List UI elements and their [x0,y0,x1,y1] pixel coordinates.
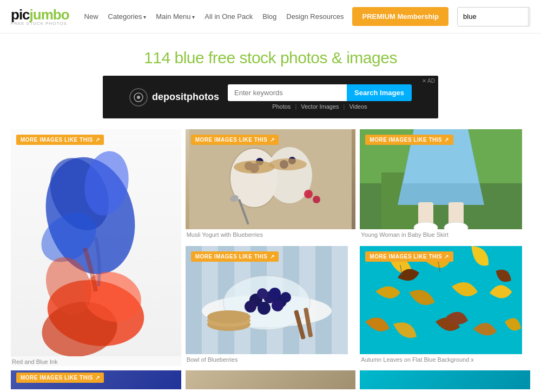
search-submit-button[interactable]: 🔍 [528,8,530,26]
navbar: picjumbo FREE STOCK PHOTOS New Categorie… [0,0,541,34]
svg-point-19 [234,161,275,174]
external-icon: ↗ [95,375,100,381]
ad-sub-links: Photos | Vector Images | Videos [228,103,412,110]
svg-point-21 [304,190,313,198]
more-btn-ink[interactable]: MORE IMAGES LIKE THIS ↗ [16,135,104,145]
nav-links: New Categories Main Menu All in One Pack… [80,9,348,24]
nav-categories[interactable]: Categories [104,9,151,24]
svg-point-49 [280,292,291,303]
svg-point-44 [257,288,268,299]
search-input[interactable] [458,8,528,26]
external-icon: ↗ [270,254,275,260]
more-btn-label: MORE IMAGES LIKE THIS [195,254,268,260]
ink-splash-svg [15,129,177,356]
more-btn-label: MORE IMAGES LIKE THIS [195,137,268,143]
svg-point-22 [313,196,320,203]
svg-rect-34 [186,246,202,354]
dp-icon [129,88,148,107]
more-btn-label: MORE IMAGES LIKE THIS [21,137,93,143]
ink-caption: Red and Blue Ink [11,356,181,366]
skirt-caption: Young Woman in Baby Blue Skirt [360,229,530,239]
svg-point-20 [269,158,307,170]
ad-close[interactable]: ✕ AD [422,78,435,84]
depositphotos-text: depositphotos [152,91,219,103]
page-title: 114 blue free stock photos & images [11,49,530,67]
photo-yogurt[interactable]: MORE IMAGES LIKE THIS ↗ Musli Yogurt wit… [186,129,356,242]
ad-banner: ✕ AD depositphotos Search Images Photos … [103,76,438,118]
nav-all-in-one[interactable]: All in One Pack [200,9,257,24]
more-btn-skirt[interactable]: MORE IMAGES LIKE THIS ↗ [365,135,453,145]
ad-search-col: Search Images Photos | Vector Images | V… [228,84,412,110]
ad-search-row: Search Images [228,84,412,101]
more-btn-leaves[interactable]: MORE IMAGES LIKE THIS ↗ [365,251,453,262]
photo-skirt[interactable]: MORE IMAGES LIKE THIS ↗ Young Woman in B… [360,129,530,242]
hero-section: 114 blue free stock photos & images [0,34,541,76]
nav-blog[interactable]: Blog [258,9,281,24]
leaves-svg [360,246,522,354]
ad-search-button[interactable]: Search Images [347,84,412,101]
more-btn-blueberries[interactable]: MORE IMAGES LIKE THIS ↗ [191,251,279,262]
depositphotos-logo: depositphotos [129,88,219,107]
nav-design-resources[interactable]: Design Resources [282,9,348,24]
svg-point-47 [258,302,270,315]
blueberries-svg [186,246,348,354]
photo-ink[interactable]: MORE IMAGES LIKE THIS ↗ Red and Blue Ink [11,129,181,366]
ad-sep-1: | [295,103,296,110]
more-btn-label: MORE IMAGES LIKE THIS [370,254,442,260]
more-btn-bottom[interactable]: MORE IMAGES LIKE THIS ↗ [16,373,104,383]
external-icon: ↗ [270,137,275,143]
photo-bottom-3[interactable] [360,370,530,389]
ad-link-videos[interactable]: Videos [349,103,367,110]
blueberries-caption: Bowl of Blueberries [186,354,356,364]
nav-main-menu[interactable]: Main Menu [151,9,199,24]
svg-point-48 [272,300,283,311]
yogurt-caption: Musli Yogurt with Blueberries [186,229,356,239]
svg-point-1 [137,96,140,99]
logo[interactable]: picjumbo FREE STOCK PHOTOS [11,8,69,26]
more-btn-label: MORE IMAGES LIKE THIS [370,137,442,143]
logo-sub: FREE STOCK PHOTOS [11,22,69,26]
ad-link-photos[interactable]: Photos [272,103,291,110]
svg-point-46 [245,301,256,313]
more-btn-yogurt[interactable]: MORE IMAGES LIKE THIS ↗ [191,135,279,145]
svg-rect-38 [315,246,332,354]
photo-bottom-1[interactable]: MORE IMAGES LIKE THIS ↗ [11,370,181,389]
external-icon: ↗ [444,254,449,260]
search-bar: 🔍 [457,7,530,26]
more-btn-label: MORE IMAGES LIKE THIS [21,375,93,381]
external-icon: ↗ [444,137,449,143]
logo-text: picjumbo [11,8,69,22]
premium-button[interactable]: PREMIUM Membership [352,7,448,26]
ad-sep-2: | [344,103,345,110]
nav-new[interactable]: New [80,9,103,24]
photo-leaves[interactable]: MORE IMAGES LIKE THIS ↗ Autumn Leaves on… [360,246,530,367]
photo-blueberries[interactable]: MORE IMAGES LIKE THIS ↗ Bowl of Blueberr… [186,246,356,367]
external-icon: ↗ [95,137,100,143]
leaves-caption: Autumn Leaves on Flat Blue Background x [360,354,530,364]
ad-search-input[interactable] [228,84,347,101]
svg-point-52 [207,310,250,323]
photo-bottom-2[interactable] [186,370,356,389]
svg-point-45 [269,288,281,300]
ad-link-vectors[interactable]: Vector Images [301,103,339,110]
